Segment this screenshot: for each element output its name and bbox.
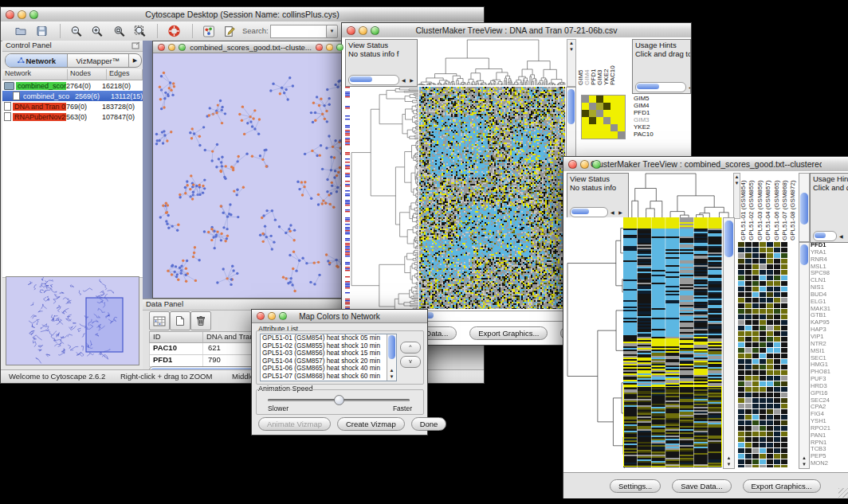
col-edges[interactable]: Edges: [107, 69, 143, 80]
birdseye-view[interactable]: [6, 276, 139, 365]
treeview2-button-bar: Settings...Save Data...Export Graphics..…: [563, 472, 848, 498]
scroll-down-icon[interactable]: ▼: [387, 374, 396, 380]
view-status-scrollbar[interactable]: ◀ ▶: [570, 207, 624, 217]
heatmap-vscrollbar[interactable]: ▲ ▼: [723, 217, 735, 469]
close-icon[interactable]: [316, 44, 323, 51]
create-vizmap-button[interactable]: Create Vizmap: [337, 417, 405, 431]
help-icon[interactable]: [165, 23, 183, 39]
minimize-icon[interactable]: [359, 26, 367, 35]
usage-hints-scrollbar[interactable]: ◀: [813, 231, 845, 240]
close-icon[interactable]: [257, 312, 265, 320]
scroll-up-icon[interactable]: ▲: [567, 41, 575, 46]
zoom-fit-icon[interactable]: [111, 23, 128, 39]
dialog-titlebar[interactable]: Map Colors to Network: [252, 310, 427, 323]
zoom-selected-icon[interactable]: [132, 23, 149, 39]
scroll-arrows-icon[interactable]: ◀ ▶: [689, 84, 691, 90]
close-icon[interactable]: [568, 160, 577, 169]
settings-button[interactable]: Settings...: [610, 479, 661, 493]
scroll-down-icon[interactable]: ▼: [724, 462, 734, 467]
animation-speed-slider-thumb[interactable]: [334, 395, 344, 405]
vizmap-icon[interactable]: [200, 23, 218, 39]
network-table-row[interactable]: combined_scores2764(0)16218(0): [2, 80, 143, 91]
scroll-up-icon[interactable]: ▲: [387, 368, 396, 373]
zoom-window-icon[interactable]: [29, 10, 38, 19]
column-labels-scrollbar[interactable]: [799, 173, 810, 242]
zoom-in-icon[interactable]: [88, 23, 106, 39]
scroll-arrows-icon[interactable]: ◀: [839, 233, 845, 239]
treeview2-titlebar[interactable]: ClusterMaker TreeView : combined_scores_…: [563, 157, 848, 172]
done-button[interactable]: Done: [411, 417, 447, 431]
network-canvas[interactable]: [153, 53, 347, 297]
float-panel-icon[interactable]: [132, 41, 140, 49]
move-down-button[interactable]: v: [400, 356, 421, 368]
zoom-window-icon[interactable]: [279, 312, 287, 320]
annotation-icon[interactable]: [221, 23, 238, 39]
scroll-up-icon[interactable]: ▲: [734, 174, 740, 180]
network-view-window-1[interactable]: combined_scores_good.txt--cluste...: [152, 41, 349, 299]
open-file-icon[interactable]: [12, 23, 29, 39]
heatmap-global[interactable]: [623, 217, 722, 467]
attribute-select-icon[interactable]: [149, 311, 170, 330]
resize-grip[interactable]: [838, 488, 848, 498]
col-network[interactable]: Network: [2, 69, 68, 80]
zoom-out-icon[interactable]: [68, 23, 85, 39]
treeview1-titlebar[interactable]: ClusterMaker TreeView : DNA and Tran 07-…: [342, 23, 691, 38]
zoom-window-icon[interactable]: [371, 26, 379, 35]
scroll-down-icon[interactable]: ▼: [734, 181, 740, 186]
network-table-row[interactable]: combined_sco2569(6)13112(15): [2, 91, 143, 101]
zoom-window-icon[interactable]: [179, 44, 186, 51]
scroll-arrows-icon[interactable]: ◀ ▶: [402, 77, 415, 83]
animate-vizmap-button[interactable]: Animate Vizmap: [258, 417, 331, 431]
close-icon[interactable]: [347, 26, 355, 35]
view-status-scrollbar[interactable]: ◀ ▶: [348, 75, 415, 84]
attribute-list-scrollbar[interactable]: ▲ ▼: [387, 334, 396, 381]
column-scroll-strip[interactable]: ▲ ▼: [567, 39, 576, 87]
heatmap-global[interactable]: [419, 87, 565, 309]
network-table-row[interactable]: DNA and Tran 07769(0)183728(0): [2, 101, 143, 111]
minimize-icon[interactable]: [18, 10, 26, 19]
scroll-down-icon[interactable]: ▼: [567, 47, 575, 53]
zoom-window-icon[interactable]: [592, 160, 601, 169]
attribute-list-item[interactable]: GPL51-07 (GSM868) heat shock 60 min: [261, 373, 396, 381]
row-dendrogram[interactable]: [351, 87, 418, 319]
animation-speed-group: Slower Faster: [256, 389, 424, 415]
close-icon[interactable]: [6, 10, 14, 19]
save-data-button[interactable]: Save Data...: [672, 479, 731, 493]
tabs-overflow-button[interactable]: ▶: [129, 54, 141, 67]
row-dendrogram[interactable]: [567, 217, 625, 469]
export-graphics-button[interactable]: Export Graphics...: [469, 326, 548, 340]
column-dendrogram[interactable]: [418, 39, 566, 85]
column-dendrogram[interactable]: [629, 173, 732, 217]
tab-network[interactable]: Network: [6, 54, 68, 67]
heatmap-hscrollbar[interactable]: [419, 311, 567, 322]
zoom-window-icon[interactable]: [336, 44, 344, 51]
scroll-up-icon[interactable]: ▲: [724, 455, 734, 461]
heatmap-zoom-scrollbar[interactable]: ▲ ▼: [799, 242, 810, 469]
delete-attribute-icon[interactable]: [190, 311, 211, 330]
tab-vizmapper[interactable]: VizMapper™: [68, 54, 130, 67]
export-graphics-button[interactable]: Export Graphics...: [743, 479, 821, 493]
col-nodes[interactable]: Nodes: [68, 69, 107, 80]
search-input[interactable]: [270, 25, 329, 38]
network-nodes: 769(0): [66, 103, 102, 111]
search-dropdown-arrow[interactable]: ▼: [326, 25, 338, 38]
minimize-icon[interactable]: [580, 160, 589, 169]
save-icon[interactable]: [33, 23, 50, 39]
scroll-down-icon[interactable]: ▼: [799, 462, 809, 467]
minimize-icon[interactable]: [168, 44, 175, 51]
row-label: GIM3: [634, 116, 669, 123]
heatmap-zoom-matrix[interactable]: [581, 95, 626, 139]
heatmap-zoom[interactable]: [738, 242, 788, 467]
move-up-button[interactable]: ^: [400, 342, 421, 354]
usage-hints-scrollbar[interactable]: ◀ ▶: [635, 82, 691, 92]
main-titlebar[interactable]: Cytoscape Desktop (Session Name: collins…: [1, 7, 484, 22]
minimize-icon[interactable]: [268, 312, 276, 320]
minimize-icon[interactable]: [326, 44, 333, 51]
close-icon[interactable]: [158, 44, 165, 51]
attribute-list[interactable]: GPL51-01 (GSM854) heat shock 05 minGPL51…: [260, 334, 397, 381]
scroll-arrows-icon[interactable]: ◀ ▶: [610, 209, 624, 215]
scroll-up-icon[interactable]: ▲: [799, 455, 809, 461]
new-attribute-icon[interactable]: [170, 311, 190, 330]
col-id[interactable]: ID: [150, 332, 203, 342]
selection-strip[interactable]: [345, 87, 350, 319]
